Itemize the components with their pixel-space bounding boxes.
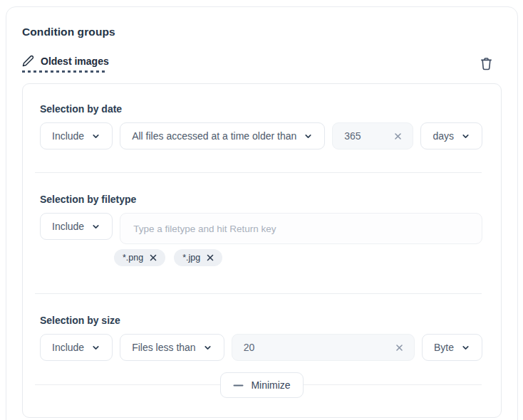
trash-icon [480,56,493,71]
group-name-underline [22,70,106,73]
section-size: Selection by size Include Files less tha… [23,294,501,361]
filetype-tag: *.jpg [174,249,222,266]
delete-group-button[interactable] [480,56,493,71]
date-unit-value: days [433,130,454,142]
size-criteria-value: Files less than [132,342,195,353]
chevron-down-icon [461,343,470,352]
pencil-icon[interactable] [22,55,34,67]
date-value-input[interactable] [344,130,393,142]
size-criteria-select[interactable]: Files less than [120,334,224,361]
filetype-tag-label: *.jpg [182,253,200,263]
section-filetype-label: Selection by filetype [40,194,482,205]
tag-remove-button[interactable] [207,254,214,261]
condition-group-panel: Selection by date Include All files acce… [22,83,502,418]
x-icon [395,343,404,352]
minimize-row: Minimize [23,372,501,398]
section-size-label: Selection by size [40,315,482,326]
group-name-editable[interactable]: Oldest images [22,55,109,73]
x-icon [150,254,157,261]
condition-groups-card: Condition groups Oldest images Selection… [6,6,518,420]
chevron-down-icon [461,132,470,141]
section-date-label: Selection by date [40,103,482,115]
date-clear-button[interactable] [393,132,403,141]
size-value-input[interactable] [244,342,395,353]
size-include-select[interactable]: Include [40,334,113,361]
x-icon [393,132,403,141]
section-date-row: Include All files accessed at a time old… [40,122,482,149]
x-icon [207,254,214,261]
filetype-tags: *.png *.jpg [114,249,482,266]
chevron-down-icon [91,343,100,352]
size-unit-select[interactable]: Byte [422,334,482,361]
date-include-select[interactable]: Include [40,122,113,149]
section-filetype: Selection by filetype Include *.png [23,173,501,266]
minimize-button[interactable]: Minimize [220,372,303,398]
page-title: Condition groups [22,26,502,38]
group-header: Oldest images [21,55,502,73]
size-unit-value: Byte [434,342,454,353]
section-filetype-row: Include [40,213,482,244]
filetype-include-value: Include [52,221,84,232]
filetype-input-field [120,213,482,244]
chevron-down-icon [203,343,212,352]
minus-icon [233,384,244,387]
size-value-field [232,334,415,361]
date-value-field [332,122,413,149]
group-name: Oldest images [41,56,109,67]
date-criteria-value: All files accessed at a time older than [132,130,296,142]
date-include-value: Include [52,130,84,142]
filetype-tag-label: *.png [123,253,143,263]
minimize-label: Minimize [251,379,290,391]
filetype-input[interactable] [132,223,470,235]
filetype-tag: *.png [114,249,165,266]
size-clear-button[interactable] [395,343,404,352]
date-criteria-select[interactable]: All files accessed at a time older than [120,122,325,149]
size-include-value: Include [52,342,84,353]
date-unit-select[interactable]: days [420,122,482,149]
chevron-down-icon [91,132,100,141]
tag-remove-button[interactable] [150,254,157,261]
group-name-line[interactable]: Oldest images [22,55,109,67]
filetype-include-select[interactable]: Include [40,213,113,240]
section-date: Selection by date Include All files acce… [23,84,501,149]
chevron-down-icon [304,132,313,141]
section-size-row: Include Files less than [40,334,482,361]
chevron-down-icon [91,222,100,231]
